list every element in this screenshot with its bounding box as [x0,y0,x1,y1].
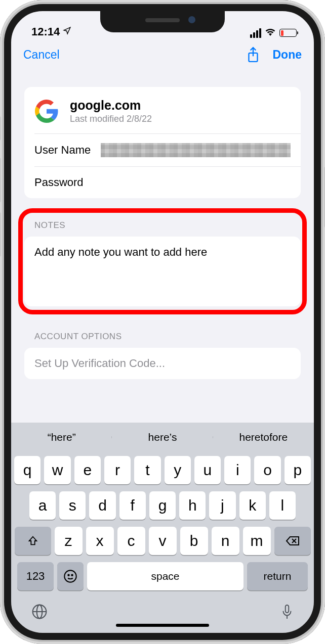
battery-icon [279,29,297,37]
username-value-redacted [101,143,291,157]
keyboard-row-1: q w e r t y u i o p [14,456,311,484]
service-title: google.com [70,98,152,113]
key-f[interactable]: f [119,491,146,520]
key-t[interactable]: t [134,456,160,484]
key-n[interactable]: n [212,527,239,555]
key-m[interactable]: m [243,527,271,555]
home-indicator[interactable] [116,624,209,627]
key-j[interactable]: j [209,491,235,520]
key-y[interactable]: y [165,456,191,484]
key-q[interactable]: q [14,456,40,484]
svg-point-2 [68,575,69,576]
key-a[interactable]: a [29,491,56,520]
nav-bar: Cancel Done [11,39,314,70]
keyboard-row-3: z x c v b n m [14,527,311,555]
svg-point-3 [71,575,72,576]
key-backspace[interactable] [274,527,311,555]
device-notch [100,11,225,32]
key-e[interactable]: e [74,456,101,484]
service-subtitle: Last modified 2/8/22 [70,114,152,124]
key-d[interactable]: d [89,491,115,520]
suggestion-2[interactable]: here’s [112,431,213,443]
key-h[interactable]: h [179,491,206,520]
verification-code-button[interactable]: Set Up Verification Code... [24,348,301,379]
keyboard-row-bottom: 123 space return [14,562,311,590]
google-logo-icon [34,99,59,123]
keyboard: “here” here’s heretofore q w e r t y u i… [11,423,314,633]
status-time: 12:14 [31,25,60,38]
suggestion-3[interactable]: heretofore [213,431,314,443]
key-z[interactable]: z [55,527,83,555]
key-shift[interactable] [15,527,51,555]
key-return[interactable]: return [247,562,308,590]
notes-textarea[interactable]: Add any note you want to add here [24,237,301,306]
location-arrow-icon [63,26,71,37]
screen: 12:14 Cancel [11,11,314,633]
key-x[interactable]: x [86,527,114,555]
key-w[interactable]: w [44,456,70,484]
notes-header: NOTES [24,218,301,237]
password-row[interactable]: Password [24,167,301,198]
key-l[interactable]: l [269,491,296,520]
account-options-header: ACCOUNT OPTIONS [24,330,301,348]
key-i[interactable]: i [224,456,251,484]
wifi-icon [265,27,276,38]
dictation-mic-icon[interactable] [280,604,294,623]
keyboard-suggestions: “here” here’s heretofore [11,423,314,452]
keyboard-row-2: a s d f g h j k l [14,491,311,520]
key-space[interactable]: space [87,562,243,590]
key-123[interactable]: 123 [17,562,54,590]
key-c[interactable]: c [117,527,145,555]
key-r[interactable]: r [104,456,131,484]
cellular-signal-icon [250,28,261,38]
key-g[interactable]: g [149,491,176,520]
key-emoji[interactable] [57,562,84,590]
key-v[interactable]: v [149,527,177,555]
username-label: User Name [34,144,91,157]
key-u[interactable]: u [194,456,221,484]
key-o[interactable]: o [254,456,280,484]
key-b[interactable]: b [180,527,208,555]
svg-rect-6 [286,605,289,613]
suggestion-1[interactable]: “here” [11,431,112,443]
service-card: google.com Last modified 2/8/22 User Nam… [24,87,301,198]
username-row[interactable]: User Name [24,134,301,166]
share-icon[interactable] [247,47,260,63]
cancel-button[interactable]: Cancel [23,48,60,62]
done-button[interactable]: Done [273,48,302,62]
key-k[interactable]: k [239,491,266,520]
svg-point-1 [64,570,76,582]
globe-icon[interactable] [31,604,48,623]
password-label: Password [34,176,84,189]
key-p[interactable]: p [285,456,311,484]
key-s[interactable]: s [59,491,86,520]
